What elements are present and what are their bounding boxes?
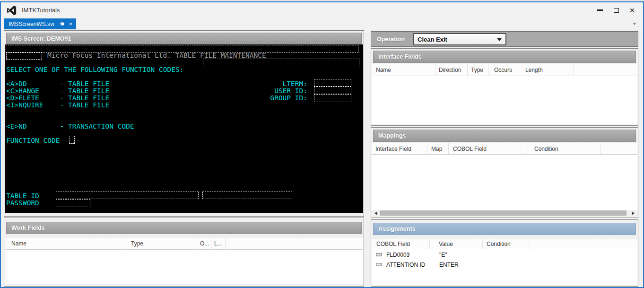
column-header-name[interactable]: Name: [372, 64, 435, 76]
operation-label: Operation: [377, 32, 405, 46]
visual-studio-logo-icon: [7, 5, 17, 16]
lterm-field[interactable]: [314, 79, 351, 87]
window-title: IMTKTutorials: [22, 7, 60, 14]
table-id-field-2[interactable]: [202, 192, 292, 199]
pin-icon[interactable]: [59, 21, 65, 27]
scrollbar-thumb[interactable]: [380, 210, 627, 216]
column-header-cobol-field[interactable]: COBOL Field: [449, 143, 528, 154]
tab-close-icon[interactable]: ×: [69, 21, 73, 27]
scroll-right-arrow-icon[interactable]: [632, 211, 635, 215]
terminal-code-line: <D>ELETE - TABLE FILE: [6, 95, 109, 102]
interface-fields-column-header: Name Direction Type Occurs Length: [372, 64, 637, 76]
table-id-label: TABLE-ID: [6, 192, 39, 200]
column-header-filler: [601, 143, 638, 154]
mappings-horizontal-scrollbar[interactable]: [372, 210, 637, 217]
column-header-condition[interactable]: Condition: [528, 143, 601, 154]
column-header-filler: [226, 238, 362, 249]
column-header-type[interactable]: Type: [468, 64, 488, 76]
window-controls: ×: [592, 2, 640, 18]
assignment-value: ENTER: [439, 260, 459, 270]
assignments-body: FLD0003 "E" ATTENTION ID ENTER: [372, 249, 637, 285]
terminal-code-line: <I>NQUIRE - TABLE FILE: [6, 102, 109, 109]
assignment-cobol-field: FLD0003: [386, 250, 409, 260]
assignments-title: Assignments: [378, 226, 416, 232]
column-header-type[interactable]: Type: [125, 238, 197, 249]
column-header-condition[interactable]: Condition: [483, 239, 530, 249]
column-header-interface-field[interactable]: Interface Field: [372, 143, 427, 154]
field-icon: [376, 253, 382, 256]
assignments-panel: Assignments COBOL Field Value Condition …: [371, 219, 638, 287]
assignment-cobol-field: ATTENTION ID: [386, 260, 425, 270]
mappings-title: Mappings: [378, 132, 406, 139]
terminal-code-line: <C>HANGE - TABLE FILE: [6, 87, 109, 95]
user-id-field[interactable]: [314, 87, 351, 94]
app-window: IMTKTutorials × IMSScreenWS.svi: [0, 1, 644, 288]
terminal-banner-text: Micro Focus International Ltd. TABLE FIL…: [47, 52, 266, 59]
lterm-label: LTERM:: [283, 80, 307, 87]
group-id-label: GROUP ID:: [270, 95, 307, 102]
password-label: PASSWORD: [6, 200, 39, 207]
work-fields-panel: Work Fields Name Type O... L...: [4, 218, 364, 287]
terminal-code-line: <A>DD - TABLE FILE: [6, 80, 109, 87]
terminal-field[interactable]: [203, 59, 359, 66]
mappings-body[interactable]: [372, 155, 637, 210]
field-icon: [376, 263, 382, 266]
scroll-left-arrow-icon[interactable]: [374, 211, 377, 215]
function-code-field[interactable]: [69, 136, 75, 144]
mappings-panel: Mappings Interface Field Map COBOL Field…: [371, 127, 638, 218]
tab-overflow-chevron-icon[interactable]: [633, 23, 636, 25]
maximize-icon: [614, 8, 619, 13]
titlebar: IMTKTutorials ×: [1, 2, 643, 18]
column-header-direction[interactable]: Direction: [435, 64, 468, 76]
user-id-label: USER ID:: [274, 87, 307, 95]
assignments-column-header: COBOL Field Value Condition: [372, 239, 637, 249]
minimize-button[interactable]: [592, 4, 608, 17]
operation-selected-value: Clean Exit: [418, 36, 447, 43]
work-fields-body[interactable]: [5, 250, 363, 284]
assignment-value: "E": [439, 250, 447, 260]
dropdown-arrow-icon: [497, 38, 502, 41]
interface-fields-title: Interface Fields: [378, 53, 422, 60]
close-button[interactable]: ×: [624, 4, 640, 17]
column-header-length[interactable]: Length: [519, 64, 574, 76]
terminal-select-line: SELECT ONE OF THE FOLLOWING FUNCTION COD…: [6, 66, 183, 73]
ims-screen-title: IMS Screen: DEMO91: [11, 35, 71, 42]
work-fields-column-header: Name Type O... L...: [5, 238, 363, 250]
interface-fields-header: Interface Fields: [373, 51, 636, 63]
column-header-value[interactable]: Value: [430, 239, 483, 249]
ims-terminal-screen: Micro Focus International Ltd. TABLE FIL…: [5, 44, 363, 213]
mappings-header: Mappings: [373, 130, 636, 142]
column-header-map[interactable]: Map: [427, 143, 449, 154]
column-header-name[interactable]: Name: [5, 238, 125, 249]
function-code-label: FUNCTION CODE: [6, 137, 60, 144]
column-header-occurs[interactable]: Occurs: [488, 64, 519, 76]
work-fields-title: Work Fields: [11, 225, 45, 231]
password-field[interactable]: [56, 199, 90, 207]
column-header-cobol-field[interactable]: COBOL Field: [372, 239, 430, 249]
interface-fields-panel: Interface Fields Name Direction Type Occ…: [371, 48, 638, 126]
tab-strip: IMSScreenWS.svi ×: [1, 18, 643, 29]
group-id-field[interactable]: [314, 94, 351, 102]
column-header-filler: [574, 64, 638, 76]
minimize-icon: [597, 9, 603, 11]
assignment-row[interactable]: FLD0003 "E": [372, 250, 637, 260]
tab-label: IMSScreenWS.svi: [9, 21, 54, 27]
table-id-field[interactable]: [56, 192, 199, 199]
column-header-occurs[interactable]: O...: [197, 238, 211, 249]
operation-bar: Operation Clean Exit: [371, 31, 638, 47]
work-fields-header: Work Fields: [6, 222, 362, 234]
column-header-length[interactable]: L...: [211, 238, 226, 249]
assignment-row[interactable]: ATTENTION ID ENTER: [372, 260, 637, 270]
terminal-end-line: <E>ND - TRANSACTION CODE: [6, 123, 134, 130]
terminal-field[interactable]: [6, 52, 42, 60]
screen: IMTKTutorials × IMSScreenWS.svi: [0, 0, 644, 288]
ims-screen-panel-header: IMS Screen: DEMO91: [6, 33, 362, 45]
operation-dropdown[interactable]: Clean Exit: [413, 33, 506, 45]
maximize-button[interactable]: [608, 4, 624, 17]
column-header-filler: [530, 239, 638, 249]
tab-imsscreenws[interactable]: IMSScreenWS.svi ×: [4, 18, 76, 29]
interface-fields-body[interactable]: [372, 76, 637, 124]
assignments-header: Assignments: [373, 223, 636, 235]
mappings-column-header: Interface Field Map COBOL Field Conditio…: [372, 143, 637, 155]
